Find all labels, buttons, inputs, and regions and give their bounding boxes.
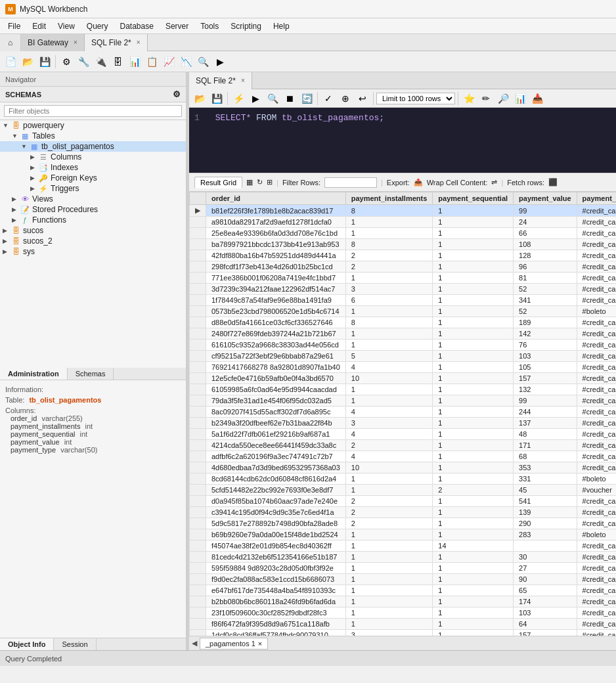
table-row[interactable]: 1f78449c87a54faf9e96e88ba1491fa961341#cr… [190, 295, 617, 306]
cell-order-id[interactable]: 42fdf880ba16b47b59251dd489d4441a [206, 250, 346, 261]
table-row[interactable]: 298fcdf1f73eb413e4d26d01b25bc1cd2196#cre… [190, 261, 617, 273]
cell-payment-installments[interactable]: 1 [345, 328, 433, 340]
cell-payment-type[interactable]: #credit_card [577, 596, 616, 607]
cell-order-id[interactable]: e647bf617de735448a4ba54f8910393c [206, 585, 346, 596]
cell-payment-type[interactable]: #credit_card [577, 239, 616, 250]
cell-payment-sequential[interactable]: 1 [433, 563, 514, 574]
table-row[interactable]: 61059985a6fc0ad64e95d9944caacdad11132#cr… [190, 384, 617, 395]
cell-payment-installments[interactable]: 8 [345, 205, 433, 217]
table-row[interactable]: cf95215a722f3ebf29e6bbab87a29e6151103#cr… [190, 351, 617, 362]
cell-payment-type[interactable]: #credit_card [577, 340, 616, 351]
table-row[interactable]: d0a945f85ba1074b60aac97ade7e240e21541#cr… [190, 496, 617, 507]
cell-payment-installments[interactable]: 1 [345, 596, 433, 607]
table-row[interactable]: 3d7239c394a212faae122962df514ac73152#cre… [190, 284, 617, 295]
cell-payment-sequential[interactable]: 1 [433, 607, 514, 619]
cell-order-id[interactable]: 771ee386b001f06208a7419e4fc1bbd7 [206, 273, 346, 284]
table-row[interactable]: 8cd68144cdb62dc0d60848cf8616d2a411331#bo… [190, 474, 617, 485]
cell-payment-value[interactable]: 24 [514, 217, 577, 228]
sql-tab-close[interactable]: × [241, 77, 245, 84]
table-row[interactable]: 0573b5e23cbd798006520e1d5b4c67141152#bol… [190, 306, 617, 317]
cell-order-id[interactable]: 5a1f6d22f7dfb061ef29216b9af687a1 [206, 429, 346, 440]
tree-item-sucos[interactable]: ▶ 🗄 sucos [0, 225, 186, 236]
table-row[interactable]: 2480f727e869fdeb397244a21b721b6711142#cr… [190, 328, 617, 340]
table-row[interactable]: e647bf617de735448a4ba54f8910393c1165#cre… [190, 585, 617, 596]
cell-payment-type[interactable]: #credit_card [577, 351, 616, 362]
cell-payment-installments[interactable]: 8 [345, 317, 433, 328]
table-row[interactable]: f86f6472fa9f395d8d9a6751ca118afb1164#cre… [190, 619, 617, 630]
query-snap[interactable]: ✏ [478, 91, 494, 106]
cell-payment-sequential[interactable]: 1 [433, 295, 514, 306]
cell-payment-sequential[interactable]: 1 [433, 462, 514, 474]
nav-arrow-left[interactable]: ◀ [192, 639, 197, 648]
cell-payment-value[interactable]: 103 [514, 351, 577, 362]
tree-item-foreign-keys[interactable]: ▶ 🔑 Foreign Keys [0, 173, 186, 183]
cell-order-id[interactable]: 616105c9352a9668c38303ad44e056cd [206, 340, 346, 351]
cell-payment-installments[interactable]: 8 [345, 239, 433, 250]
cell-payment-sequential[interactable]: 1 [433, 362, 514, 373]
table-row[interactable]: 4d680edbaa7d3d9bed69532957368a03101353#c… [190, 462, 617, 474]
cell-payment-type[interactable]: #credit_card [577, 518, 616, 529]
cell-payment-type[interactable]: #credit_card [577, 451, 616, 462]
cell-payment-installments[interactable]: 1 [345, 563, 433, 574]
cell-payment-value[interactable]: 244 [514, 407, 577, 418]
cell-payment-installments[interactable]: 6 [345, 295, 433, 306]
cell-payment-value[interactable]: 81 [514, 273, 577, 284]
cell-payment-type[interactable]: #credit_card [577, 630, 616, 636]
cell-payment-value[interactable]: 157 [514, 373, 577, 384]
cell-payment-sequential[interactable]: 1 [433, 429, 514, 440]
cell-payment-value[interactable]: 128 [514, 250, 577, 261]
menu-view[interactable]: View [53, 20, 80, 32]
tab-object-info[interactable]: Object Info [0, 638, 54, 650]
table-row[interactable]: b2349a3f20dfbeef62e7b31baa22f84b31137#cr… [190, 418, 617, 429]
table-row[interactable]: d88e0d5fa41661ce03cf6cf33652764681189#cr… [190, 317, 617, 328]
cell-payment-installments[interactable]: 2 [345, 518, 433, 529]
cell-payment-installments[interactable]: 1 [345, 474, 433, 485]
cell-payment-value[interactable]: 157 [514, 630, 577, 636]
cell-payment-type[interactable]: #credit_card [577, 574, 616, 585]
cell-order-id[interactable]: cf95215a722f3ebf29e6bbab87a29e61 [206, 351, 346, 362]
cell-payment-value[interactable]: 96 [514, 261, 577, 273]
cell-order-id[interactable]: b2bb080b6bc860118a246fd9b6fad6da [206, 596, 346, 607]
cell-order-id[interactable]: 595f59884 9d89203c28d05d0fbf3f92e [206, 563, 346, 574]
cell-payment-value[interactable]: 353 [514, 462, 577, 474]
cell-payment-value[interactable]: 541 [514, 496, 577, 507]
cell-order-id[interactable]: b81ef226f3fe1789b1e8b2acac839d17 [206, 205, 346, 217]
cell-payment-sequential[interactable]: 1 [433, 373, 514, 384]
cell-payment-sequential[interactable]: 1 [433, 585, 514, 596]
cell-payment-value[interactable]: 290 [514, 518, 577, 529]
cell-payment-sequential[interactable]: 1 [433, 317, 514, 328]
menu-query[interactable]: Query [81, 20, 114, 32]
cell-payment-value[interactable] [514, 540, 577, 552]
cell-payment-value[interactable]: 65 [514, 585, 577, 596]
cell-payment-sequential[interactable]: 1 [433, 284, 514, 295]
cell-payment-value[interactable]: 52 [514, 306, 577, 317]
fetch-rows-icon[interactable]: ⬛ [548, 178, 558, 187]
cell-payment-installments[interactable]: 4 [345, 429, 433, 440]
cell-payment-value[interactable]: 283 [514, 529, 577, 540]
col-header-payment-sequential[interactable]: payment_sequential [433, 192, 514, 205]
cell-payment-sequential[interactable]: 1 [433, 496, 514, 507]
cell-payment-sequential[interactable]: 1 [433, 619, 514, 630]
toolbar-btn-6[interactable]: 📋 [144, 54, 160, 70]
cell-payment-type[interactable]: #credit_card [577, 362, 616, 373]
cell-payment-value[interactable]: 331 [514, 474, 577, 485]
cell-order-id[interactable]: 79da3f5fe31ad1e454f06f95dc032ad5 [206, 395, 346, 407]
cell-payment-sequential[interactable]: 1 [433, 351, 514, 362]
toolbar-new[interactable]: 📄 [3, 54, 18, 70]
cell-order-id[interactable]: 61059985a6fc0ad64e95d9944caacdad [206, 384, 346, 395]
export-icon[interactable]: 📤 [414, 178, 423, 187]
toolbar-btn-8[interactable]: 📉 [178, 54, 194, 70]
cell-order-id[interactable]: 81cedc4d2132eb6f512354166e51b187 [206, 552, 346, 563]
cell-payment-sequential[interactable]: 1 [433, 328, 514, 340]
cell-payment-installments[interactable]: 1 [345, 585, 433, 596]
cell-payment-sequential[interactable]: 1 [433, 451, 514, 462]
cell-order-id[interactable]: 8ac09207f415d55acff302df7d6a895c [206, 407, 346, 418]
col-header-payment-value[interactable]: payment_value [514, 192, 577, 205]
cell-payment-sequential[interactable]: 1 [433, 306, 514, 317]
cell-payment-value[interactable]: 341 [514, 295, 577, 306]
query-export[interactable]: 📊 [512, 91, 528, 106]
query-import[interactable]: 📥 [529, 91, 545, 106]
cell-order-id[interactable]: b2349a3f20dfbeef62e7b31baa22f84b [206, 418, 346, 429]
result-col-icon[interactable]: ⊞ [267, 178, 273, 187]
cell-payment-installments[interactable]: 2 [345, 440, 433, 451]
